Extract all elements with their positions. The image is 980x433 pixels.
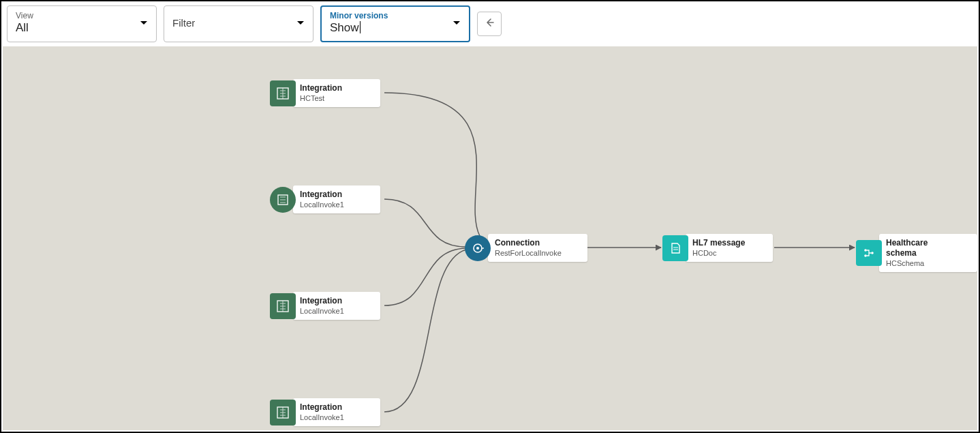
chevron-down-icon [453,18,461,30]
node-integration-localinvoke-2[interactable]: Integration LocalInvoke1 [270,292,380,320]
chevron-down-icon [296,18,305,30]
node-connection[interactable]: Connection RestForLocalInvoke [465,234,587,262]
integration-icon [270,187,296,213]
node-name: LocalInvoke1 [300,200,354,209]
node-type: Integration [300,190,354,200]
node-card: Integration LocalInvoke1 [293,398,380,426]
svg-point-5 [476,247,479,250]
node-card: Integration LocalInvoke1 [293,292,380,320]
node-integration-hctest[interactable]: Integration HCTest [270,79,380,107]
node-healthcare-schema[interactable]: Healthcare schema HCSchema [856,234,977,272]
integration-icon [270,80,296,106]
minor-versions-dropdown[interactable]: Minor versions Show [320,5,470,42]
schema-icon [856,240,882,266]
node-name: LocalInvoke1 [300,413,354,422]
node-name: RestForLocalInvoke [495,248,562,258]
minor-versions-label: Minor versions [330,11,461,20]
arrow-left-icon [484,17,495,31]
node-card: Connection RestForLocalInvoke [488,234,587,262]
view-dropdown[interactable]: View All [7,5,157,42]
app-frame: View All Filter Minor versions Show [0,0,980,433]
document-icon [662,235,688,261]
diagram-canvas[interactable]: Integration HCTest Integration LocalInvo… [3,45,977,430]
node-name: HCDoc [692,248,747,258]
node-type: Integration [300,402,354,413]
node-name: HCTest [300,93,354,103]
toolbar: View All Filter Minor versions Show [1,1,979,46]
node-type: Integration [300,296,354,306]
node-integration-localinvoke-1[interactable]: Integration LocalInvoke1 [270,185,380,213]
node-card: Integration LocalInvoke1 [293,185,380,213]
back-button[interactable] [477,12,502,36]
view-dropdown-value: All [16,20,148,35]
minor-versions-value: Show [330,20,461,35]
integration-icon [270,293,296,319]
chevron-down-icon [140,18,148,30]
node-type: Connection [495,238,562,248]
node-integration-localinvoke-3[interactable]: Integration LocalInvoke1 [270,398,380,426]
node-card: HL7 message HCDoc [686,234,773,262]
filter-dropdown[interactable]: Filter [164,5,313,42]
view-dropdown-label: View [16,11,148,20]
connection-icon [465,235,491,261]
node-type: Integration [300,83,354,93]
integration-icon [270,400,296,425]
node-hl7-message[interactable]: HL7 message HCDoc [662,234,773,262]
node-name: HCSchema [886,258,951,268]
svg-point-7 [864,254,867,257]
node-card: Integration HCTest [293,79,380,107]
node-name: LocalInvoke1 [300,306,354,316]
filter-dropdown-label: Filter [172,16,305,31]
svg-point-8 [871,252,874,254]
node-type: Healthcare schema [886,238,951,258]
svg-point-6 [864,249,867,252]
node-card: Healthcare schema HCSchema [879,234,977,272]
node-type: HL7 message [692,238,747,248]
